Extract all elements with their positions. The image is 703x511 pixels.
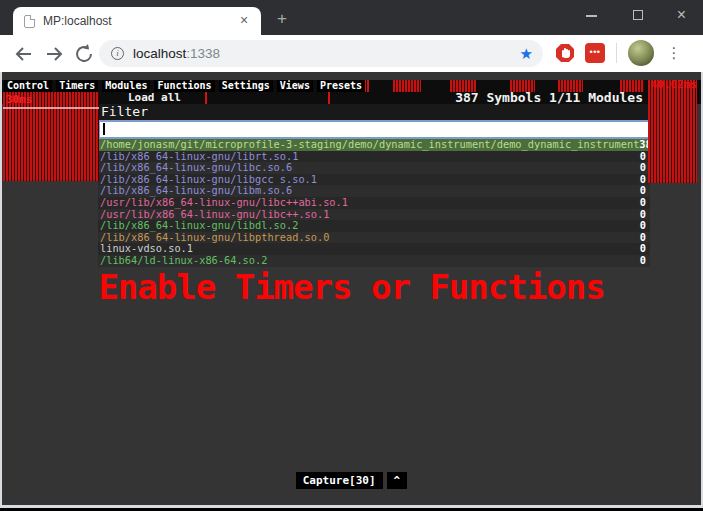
browser-toolbar: i localhost:1338 ★ ••• ⋮ [0,35,703,72]
forward-icon[interactable] [42,42,66,66]
load-all-button[interactable]: Load all [128,92,181,104]
menu-item-timers[interactable]: Timers [56,80,98,92]
module-path: /home/jonasm/git/microprofile-3-staging/… [98,139,639,151]
filter-label: Filter [98,104,650,120]
module-row[interactable]: /usr/lib/x86_64-linux-gnu/libc++abi.so.1… [98,197,650,209]
frame-bar-tick [328,92,330,104]
warning-text: Enable Timers or Functions [2,267,701,307]
site-info-icon[interactable]: i [111,47,124,60]
capture-button[interactable]: Capture[30] [296,472,383,489]
tab-close-icon[interactable]: × [235,12,253,30]
capture-expand-button[interactable]: ^ [387,472,408,489]
text-caret [103,123,105,135]
menu-item-control[interactable]: Control [4,80,52,92]
module-count: 0 [640,255,650,267]
window-maximize-button[interactable] [624,5,651,27]
tab-title: MP:localhost [43,14,235,28]
module-path: /lib64/ld-linux-x86-64.so.2 [98,255,267,267]
module-count: 0 [640,232,650,244]
module-path: /lib/x86_64-linux-gnu/libdl.so.2 [98,220,298,232]
module-row[interactable]: /lib/x86_64-linux-gnu/libgcc_s.so.10 [98,174,650,186]
symbols-status: 387 Symbols 1/11 Modules [455,91,643,104]
window-close-button[interactable]: × [668,5,695,27]
module-path: linux-vdso.so.1 [98,243,193,255]
new-tab-button[interactable]: + [272,9,292,29]
filter-panel: Filter /home/jonasm/git/microprofile-3-s… [98,104,650,267]
reload-icon[interactable] [72,42,96,66]
module-count: 0 [640,209,650,221]
frame-time-label: 40.02ms [651,78,697,91]
menu-item-presets[interactable]: Presets [317,80,365,92]
capture-row: Capture[30] ^ [2,472,701,489]
module-path: /lib/x86_64-linux-gnu/libm.so.6 [98,185,292,197]
filter-input[interactable] [98,120,650,139]
dots-extension-icon[interactable]: ••• [585,43,605,63]
browser-menu-icon[interactable]: ⋮ [666,42,682,64]
menu-item-views[interactable]: Views [277,80,313,92]
module-count: 0 [640,185,650,197]
profiler-menu: ControlTimersModulesFunctionsSettingsVie… [4,80,365,92]
browser-window: MP:localhost × + × i localhost:1338 ★ ••… [0,0,703,511]
module-row[interactable]: /lib/x86_64-linux-gnu/libdl.so.20 [98,220,650,232]
blocker-extension-icon[interactable] [555,43,575,63]
bookmark-star-icon[interactable]: ★ [520,45,533,63]
module-row[interactable]: linux-vdso.so.10 [98,243,650,255]
module-row[interactable]: /usr/lib/x86_64-linux-gnu/libc++.so.10 [98,209,650,221]
toolbar-divider [616,43,617,63]
module-row[interactable]: /lib/x86_64-linux-gnu/librt.so.10 [98,151,650,163]
url-host: localhost [133,46,186,61]
frame-time-bars-right[interactable] [648,80,697,183]
module-path: /lib/x86_64-linux-gnu/libgcc_s.so.1 [98,174,317,186]
profiler-page: ControlTimersModulesFunctionsSettingsVie… [0,72,703,508]
module-count: 0 [640,243,650,255]
profile-avatar[interactable] [628,40,654,66]
module-row[interactable]: /lib64/ld-linux-x86-64.so.20 [98,255,650,267]
address-bar[interactable]: i localhost:1338 ★ [99,40,543,67]
url-text[interactable]: localhost:1338 [133,46,520,61]
module-row[interactable]: /home/jonasm/git/microprofile-3-staging/… [98,139,650,151]
module-row[interactable]: /lib/x86_64-linux-gnu/libpthread.so.00 [98,232,650,244]
title-bar: MP:localhost × + × [0,0,703,35]
module-path: /usr/lib/x86_64-linux-gnu/libc++abi.so.1 [98,197,348,209]
window-minimize-button[interactable] [578,5,605,27]
url-port: :1338 [186,46,220,61]
module-path: /lib/x86_64-linux-gnu/librt.so.1 [98,151,298,163]
scale-label: 30ms [6,93,33,106]
module-path: /lib/x86_64-linux-gnu/libpthread.so.0 [98,232,329,244]
back-icon[interactable] [12,42,36,66]
module-row[interactable]: /lib/x86_64-linux-gnu/libc.so.60 [98,162,650,174]
menu-item-settings[interactable]: Settings [219,80,273,92]
browser-tab[interactable]: MP:localhost × [13,7,261,35]
frame-bar-tick [205,92,207,104]
module-path: /lib/x86_64-linux-gnu/libc.so.6 [98,162,292,174]
module-count: 0 [640,197,650,209]
frame-bar-cluster [393,80,421,92]
scale-30ms-line [3,107,99,109]
frame-bar-tick [367,80,369,92]
module-list: /home/jonasm/git/microprofile-3-staging/… [98,139,650,267]
module-row[interactable]: /lib/x86_64-linux-gnu/libm.so.60 [98,185,650,197]
module-path: /usr/lib/x86_64-linux-gnu/libc++.so.1 [98,209,329,221]
page-icon [24,15,35,28]
module-count: 0 [640,220,650,232]
